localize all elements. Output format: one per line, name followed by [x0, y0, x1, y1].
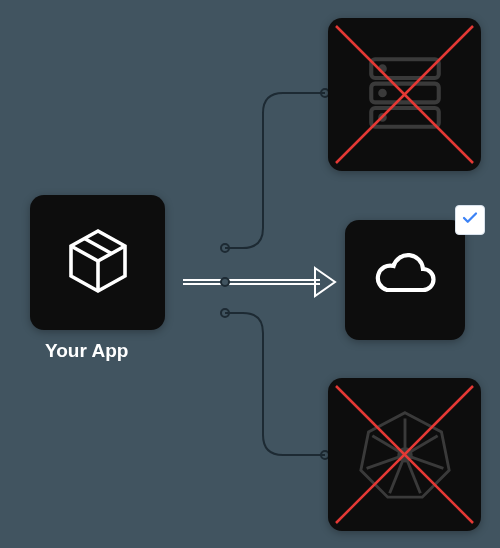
your-app-box — [30, 195, 165, 330]
selected-checkmark-badge — [455, 205, 485, 235]
cloud-box — [345, 220, 465, 340]
checkmark-icon — [461, 209, 479, 231]
cloud-icon — [369, 242, 441, 318]
connector-paths — [165, 18, 345, 528]
cross-out-icon — [328, 18, 481, 171]
cross-out-icon — [328, 378, 481, 531]
your-app-label: Your App — [45, 340, 128, 362]
svg-point-6 — [221, 278, 229, 286]
server-box — [328, 18, 481, 171]
package-icon — [62, 225, 134, 301]
kubernetes-box — [328, 378, 481, 531]
